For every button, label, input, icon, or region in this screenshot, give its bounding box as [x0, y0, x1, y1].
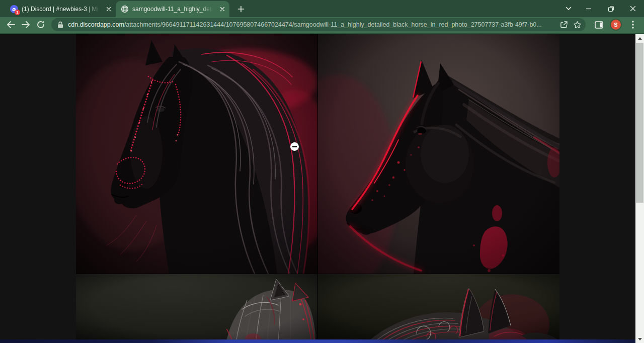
image-quadrant-bottom-left[interactable] — [76, 274, 317, 343]
url-path: /attachments/966491171142631444/10769580… — [124, 21, 542, 28]
back-arrow-icon — [6, 21, 16, 29]
browser-window: 1 (1) Discord | #newbies-3 | Midjou samg… — [0, 0, 644, 343]
restore-icon — [608, 6, 614, 12]
tab-title: samgoodwill-11_a_highly_detaile — [132, 6, 214, 13]
tab-image-attachment[interactable]: samgoodwill-11_a_highly_detaile — [116, 1, 229, 17]
close-icon — [630, 6, 636, 12]
tab-search-button[interactable] — [559, 0, 578, 17]
chevron-down-icon — [566, 7, 572, 11]
window-controls — [559, 0, 644, 17]
notification-badge: 1 — [15, 10, 20, 15]
plus-icon — [237, 6, 245, 13]
image-quadrant-top-left[interactable] — [76, 34, 317, 274]
lock-icon[interactable] — [57, 21, 63, 29]
address-bar[interactable]: cdn.discordapp.com/attachments/966491171… — [51, 18, 586, 31]
close-window-button[interactable] — [622, 0, 644, 17]
forward-button[interactable] — [18, 18, 33, 32]
scrollbar-up-arrow[interactable] — [635, 34, 644, 42]
scrollbar-down-arrow[interactable] — [635, 335, 644, 343]
minimize-button[interactable] — [578, 0, 600, 17]
toolbar: cdn.discordapp.com/attachments/966491171… — [0, 17, 644, 34]
share-button[interactable] — [557, 18, 571, 31]
taskbar-edge — [0, 339, 635, 343]
discord-favicon-icon: 1 — [10, 5, 18, 13]
three-dot-menu-icon — [632, 21, 634, 29]
tab-discord[interactable]: 1 (1) Discord | #newbies-3 | Midjou — [5, 1, 116, 17]
side-panel-button[interactable] — [592, 18, 606, 32]
scrollbar-thumb[interactable] — [636, 43, 643, 203]
image-quadrant-top-right[interactable] — [318, 34, 559, 274]
minimize-icon — [586, 6, 592, 12]
new-tab-button[interactable] — [234, 3, 248, 16]
tab-title: (1) Discord | #newbies-3 | Midjou — [22, 6, 101, 13]
url-domain: cdn.discordapp.com — [68, 21, 124, 28]
globe-favicon-icon — [121, 5, 129, 13]
toolbar-right-cluster: S — [592, 18, 640, 32]
reload-button[interactable] — [33, 18, 48, 32]
tab-close-icon[interactable] — [104, 5, 113, 14]
back-button[interactable] — [3, 18, 18, 32]
reload-icon — [36, 20, 45, 29]
browser-menu-button[interactable] — [626, 18, 640, 32]
vertical-scrollbar[interactable] — [635, 34, 644, 343]
forward-arrow-icon — [21, 21, 31, 29]
side-panel-icon — [595, 21, 603, 29]
url-text: cdn.discordapp.com/attachments/966491171… — [68, 21, 557, 28]
restore-button[interactable] — [600, 0, 622, 17]
zoom-out-cursor-icon — [290, 142, 299, 151]
page-content — [0, 34, 644, 343]
bookmark-button[interactable] — [571, 18, 584, 31]
share-icon — [560, 21, 568, 29]
tab-close-icon[interactable] — [218, 5, 226, 14]
tab-strip: 1 (1) Discord | #newbies-3 | Midjou samg… — [0, 0, 644, 17]
star-icon — [573, 21, 582, 29]
attachment-image[interactable] — [76, 34, 559, 343]
image-quadrant-bottom-right[interactable] — [318, 274, 559, 343]
profile-avatar[interactable]: S — [610, 19, 622, 31]
